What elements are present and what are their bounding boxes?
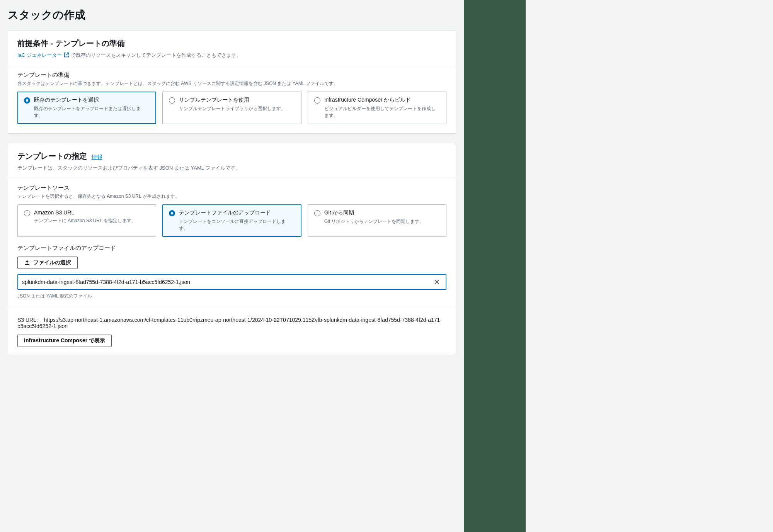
source-label: テンプレートソース xyxy=(17,184,446,192)
option-title: Git から同期 xyxy=(324,209,440,216)
option-desc: サンプルテンプレートライブラリから選択します。 xyxy=(179,105,295,112)
file-format-note: JSON または YAML 形式のファイル xyxy=(17,293,446,299)
prerequisites-heading: 前提条件 - テンプレートの準備 xyxy=(17,38,446,49)
option-desc: ビジュアルビルダーを使用してテンプレートを作成します。 xyxy=(324,105,440,119)
template-prep-section: テンプレートの準備 各スタックはテンプレートに基づきます。テンプレートとは、スタ… xyxy=(8,65,456,133)
option-desc: テンプレートに Amazon S3 URL を指定します。 xyxy=(34,217,150,224)
template-source-options: Amazon S3 URL テンプレートに Amazon S3 URL を指定し… xyxy=(17,204,446,237)
template-prep-desc: 各スタックはテンプレートに基づきます。テンプレートとは、スタックに含む AWS … xyxy=(17,80,446,87)
template-source-section: テンプレートソース テンプレートを選択すると、保存先となる Amazon S3 … xyxy=(8,178,456,309)
external-link-icon xyxy=(64,52,69,58)
template-prep-label: テンプレートの準備 xyxy=(17,71,446,79)
option-title: サンプルテンプレートを使用 xyxy=(179,97,295,104)
upload-icon xyxy=(24,260,30,266)
prerequisites-subtext: IaC ジェネレーター で既存のリソースをスキャンしてテンプレートを作成すること… xyxy=(17,52,446,59)
radio-icon xyxy=(24,97,30,104)
prerequisites-panel: 前提条件 - テンプレートの準備 IaC ジェネレーター で既存のリソースをスキ… xyxy=(8,30,456,134)
iac-generator-link[interactable]: IaC ジェネレーター xyxy=(17,52,71,58)
s3-url-label: S3 URL: xyxy=(17,317,38,323)
page-title: スタックの作成 xyxy=(8,0,456,30)
option-infrastructure-composer[interactable]: Infrastructure Composer からビルド ビジュアルビルダーを… xyxy=(308,92,446,124)
info-link[interactable]: 情報 xyxy=(92,154,102,160)
specify-heading: テンプレートの指定 情報 xyxy=(17,151,446,161)
view-in-composer-button[interactable]: Infrastructure Composer で表示 xyxy=(17,335,112,347)
radio-icon xyxy=(24,210,30,216)
s3-url-row: S3 URL: https://s3.ap-northeast-1.amazon… xyxy=(8,309,456,355)
radio-icon xyxy=(314,210,320,216)
file-input-row: splunkdm-data-ingest-8fad755d-7388-4f2d-… xyxy=(17,274,446,290)
option-sample-template[interactable]: サンプルテンプレートを使用 サンプルテンプレートライブラリから選択します。 xyxy=(162,92,301,124)
s3-url-value: https://s3.ap-northeast-1.amazonaws.com/… xyxy=(17,317,442,329)
option-upload-file[interactable]: テンプレートファイルのアップロード テンプレートをコンソールに直接アップロードし… xyxy=(162,204,301,237)
specify-template-panel: テンプレートの指定 情報 テンプレートは、スタックのリソースおよびプロパティを表… xyxy=(8,143,456,355)
right-sidebar xyxy=(464,0,526,532)
option-title: Amazon S3 URL xyxy=(34,209,150,216)
choose-file-button[interactable]: ファイルの選択 xyxy=(17,257,78,269)
option-existing-template[interactable]: 既存のテンプレートを選択 既存のテンプレートをアップロードまたは選択します。 xyxy=(17,92,156,124)
option-desc: Git リポジトリからテンプレートを同期します。 xyxy=(324,218,440,225)
close-icon: ✕ xyxy=(434,278,440,286)
upload-label: テンプレートファイルのアップロード xyxy=(17,245,446,252)
uploaded-filename: splunkdm-data-ingest-8fad755d-7388-4f2d-… xyxy=(22,279,432,285)
option-desc: テンプレートをコンソールに直接アップロードします。 xyxy=(179,218,295,232)
prerequisites-header: 前提条件 - テンプレートの準備 IaC ジェネレーター で既存のリソースをスキ… xyxy=(8,31,456,65)
specify-header: テンプレートの指定 情報 テンプレートは、スタックのリソースおよびプロパティを表… xyxy=(8,143,456,178)
source-desc: テンプレートを選択すると、保存先となる Amazon S3 URL が生成されま… xyxy=(17,193,446,200)
option-desc: 既存のテンプレートをアップロードまたは選択します。 xyxy=(34,105,150,119)
option-title: Infrastructure Composer からビルド xyxy=(324,97,440,104)
radio-icon xyxy=(314,97,320,104)
radio-icon xyxy=(169,97,175,104)
option-title: 既存のテンプレートを選択 xyxy=(34,97,150,104)
radio-icon xyxy=(169,210,175,216)
option-s3-url[interactable]: Amazon S3 URL テンプレートに Amazon S3 URL を指定し… xyxy=(17,204,156,237)
option-title: テンプレートファイルのアップロード xyxy=(179,209,295,216)
specify-desc: テンプレートは、スタックのリソースおよびプロパティを表す JSON または YA… xyxy=(17,165,446,172)
template-prep-options: 既存のテンプレートを選択 既存のテンプレートをアップロードまたは選択します。 サ… xyxy=(17,92,446,124)
main-content: スタックの作成 前提条件 - テンプレートの準備 IaC ジェネレーター で既存… xyxy=(0,0,464,532)
clear-file-button[interactable]: ✕ xyxy=(432,277,442,287)
option-git-sync[interactable]: Git から同期 Git リポジトリからテンプレートを同期します。 xyxy=(308,204,446,237)
